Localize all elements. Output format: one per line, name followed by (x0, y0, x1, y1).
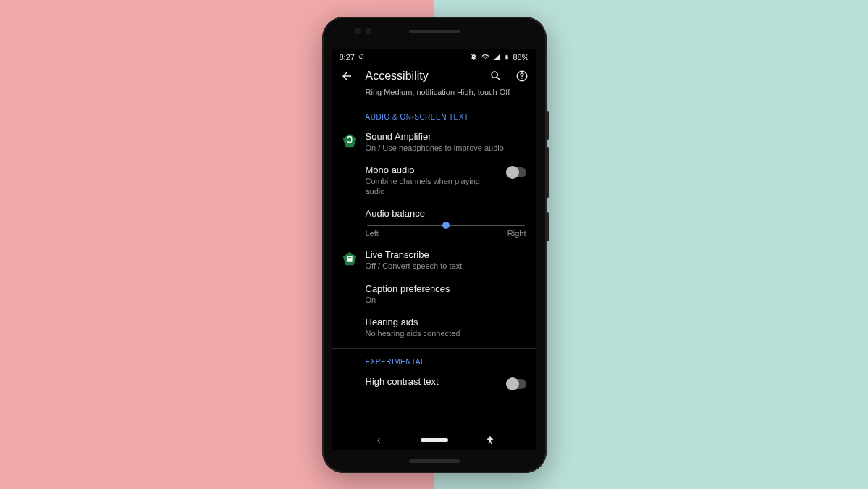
row-title: Audio balance (366, 208, 526, 219)
slider-right-label: Right (507, 229, 526, 238)
dnd-off-icon (470, 53, 478, 61)
svg-marker-2 (342, 133, 355, 146)
wifi-icon (481, 53, 490, 61)
front-camera (355, 28, 361, 34)
live-transcribe-icon (342, 251, 358, 267)
row-high-contrast[interactable]: High contrast text (332, 370, 536, 395)
section-label-experimental: EXPERIMENTAL (332, 349, 536, 370)
nav-accessibility-button[interactable] (483, 433, 497, 448)
row-subtitle: Combine channels when playing audio (366, 176, 497, 197)
row-mono-audio[interactable]: Mono audio Combine channels when playing… (332, 159, 536, 203)
high-contrast-toggle[interactable] (506, 379, 526, 389)
nav-home-button[interactable] (421, 438, 448, 442)
row-audio-balance[interactable]: Audio balance Left Right (332, 202, 536, 243)
side-button (547, 111, 549, 140)
speaker (409, 459, 460, 463)
battery-pct: 88% (513, 53, 528, 62)
svg-point-1 (521, 78, 522, 78)
signal-icon (493, 53, 501, 61)
front-camera (366, 28, 371, 34)
slider-thumb[interactable] (442, 222, 450, 229)
header: Accessibility (332, 64, 536, 86)
section-label-audio: AUDIO & ON-SCREEN TEXT (332, 104, 536, 125)
screen: 8:27 88% (332, 49, 536, 450)
row-subtitle: On / Use headphones to improve audio (366, 143, 526, 153)
phone-frame: 8:27 88% (322, 17, 547, 473)
row-subtitle: No hearing aids connected (366, 328, 526, 338)
nav-bar (332, 431, 536, 450)
help-button[interactable] (515, 69, 529, 83)
side-button (547, 147, 549, 198)
status-bar: 8:27 88% (332, 49, 536, 64)
settings-list[interactable]: AUDIO & ON-SCREEN TEXT Sound Amplifier O… (332, 104, 536, 431)
row-hearing-aids[interactable]: Hearing aids No hearing aids connected (332, 311, 536, 344)
svg-rect-6 (347, 259, 351, 259)
status-time: 8:27 (340, 53, 355, 62)
row-title: High contrast text (366, 376, 497, 387)
row-title: Live Transcribe (366, 249, 526, 260)
header-subtitle: Ring Medium, notification High, touch Of… (332, 86, 536, 104)
battery-icon (504, 53, 510, 62)
page-title: Accessibility (366, 70, 477, 83)
audio-balance-slider[interactable] (367, 225, 525, 226)
row-title: Hearing aids (366, 317, 526, 327)
row-title: Sound Amplifier (366, 131, 526, 142)
row-title: Caption preferences (366, 283, 526, 294)
svg-rect-5 (347, 258, 351, 259)
back-button[interactable] (340, 69, 354, 83)
search-button[interactable] (489, 69, 503, 83)
sync-icon (358, 53, 365, 62)
row-title: Mono audio (366, 164, 497, 175)
nav-back-button[interactable] (371, 433, 386, 448)
svg-point-7 (489, 436, 490, 438)
sound-amplifier-icon (342, 133, 358, 149)
mono-audio-toggle[interactable] (506, 167, 526, 177)
side-button (547, 212, 549, 241)
row-subtitle: Off / Convert speech to text (366, 261, 526, 271)
row-caption-preferences[interactable]: Caption preferences On (332, 277, 536, 311)
row-subtitle: On (366, 295, 526, 305)
slider-left-label: Left (366, 229, 379, 238)
row-sound-amplifier[interactable]: Sound Amplifier On / Use headphones to i… (332, 125, 536, 159)
speaker (409, 30, 460, 33)
row-live-transcribe[interactable]: Live Transcribe Off / Convert speech to … (332, 243, 536, 277)
